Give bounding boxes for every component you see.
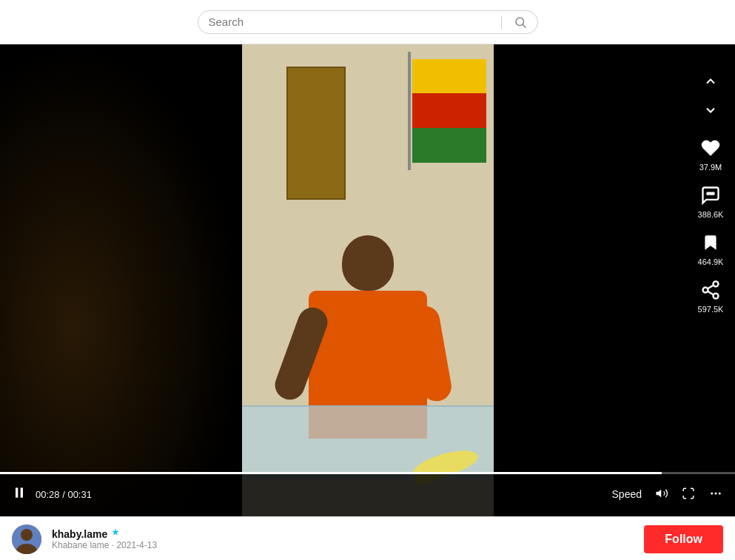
- like-count: 37.9M: [699, 163, 722, 172]
- verified-icon: [110, 527, 121, 540]
- nav-down-button[interactable]: [699, 98, 722, 124]
- svg-point-0: [516, 18, 524, 26]
- flag-pole: [408, 52, 411, 170]
- total-time: 00:31: [67, 489, 92, 500]
- svg-point-14: [715, 492, 717, 494]
- side-actions-panel: 37.9M 388.6K: [686, 44, 735, 516]
- share-count: 597.5K: [698, 305, 724, 314]
- flag-red: [412, 93, 486, 128]
- person-head: [342, 235, 394, 291]
- svg-rect-11: [21, 488, 23, 497]
- speed-button[interactable]: Speed: [612, 488, 642, 500]
- svg-marker-12: [657, 489, 662, 497]
- comment-icon: [700, 185, 721, 209]
- sub-info: Khabane lame · 2021-4-13: [52, 540, 634, 550]
- video-controls: 00:28 / 00:31 Speed: [0, 472, 735, 516]
- bookmark-icon: [701, 232, 720, 256]
- controls-right: Speed: [612, 487, 723, 502]
- progress-bar-fill: [0, 472, 662, 474]
- search-divider: [501, 16, 502, 29]
- video-player[interactable]: 37.9M 388.6K: [0, 44, 735, 516]
- search-bar: [198, 10, 538, 34]
- time-display: 00:28 / 00:31: [36, 489, 92, 500]
- more-options-button[interactable]: [708, 487, 723, 502]
- nav-up-button[interactable]: [699, 70, 722, 95]
- fullscreen-button[interactable]: [682, 487, 695, 502]
- door: [286, 67, 346, 200]
- svg-point-7: [714, 294, 719, 299]
- search-icon[interactable]: [514, 16, 527, 29]
- flag: [412, 59, 486, 163]
- info-bar: khaby.lame Khabane lame · 2021-4-13 Foll…: [0, 516, 735, 560]
- bookmark-action[interactable]: 464.9K: [698, 232, 724, 266]
- svg-point-17: [21, 529, 33, 541]
- post-date: 2021-4-13: [116, 540, 157, 550]
- flag-yellow: [412, 59, 486, 93]
- comment-action[interactable]: 388.6K: [698, 185, 724, 219]
- username: khaby.lame: [52, 528, 107, 540]
- header: [0, 0, 735, 44]
- svg-point-3: [710, 193, 711, 195]
- comment-count: 388.6K: [698, 210, 724, 219]
- share-action[interactable]: 597.5K: [698, 280, 724, 314]
- pause-button[interactable]: [12, 485, 27, 504]
- user-info: khaby.lame Khabane lame · 2021-4-13: [52, 527, 634, 550]
- progress-bar-container[interactable]: [0, 472, 735, 474]
- svg-point-6: [703, 288, 708, 293]
- svg-point-4: [712, 193, 714, 195]
- nav-controls: [699, 59, 722, 124]
- current-time: 00:28: [36, 489, 60, 500]
- left-blur: [0, 44, 242, 516]
- svg-rect-10: [16, 488, 18, 497]
- main-content: 37.9M 388.6K: [0, 44, 735, 560]
- search-input[interactable]: [209, 16, 501, 28]
- display-name: Khabane lame: [52, 540, 109, 550]
- video-scene: [242, 44, 494, 516]
- svg-point-2: [707, 193, 708, 195]
- like-action[interactable]: 37.9M: [699, 138, 722, 172]
- username-row: khaby.lame: [52, 527, 634, 540]
- svg-line-8: [708, 291, 714, 295]
- share-icon: [700, 280, 721, 303]
- svg-line-1: [523, 24, 526, 27]
- bookmark-count: 464.9K: [698, 257, 724, 266]
- svg-point-5: [714, 281, 719, 286]
- svg-point-15: [719, 492, 721, 494]
- svg-point-13: [711, 492, 713, 494]
- svg-line-9: [708, 286, 714, 289]
- heart-icon: [700, 138, 721, 161]
- avatar: [12, 524, 41, 554]
- follow-button[interactable]: Follow: [644, 525, 723, 553]
- volume-button[interactable]: [655, 487, 668, 502]
- flag-green: [412, 128, 486, 163]
